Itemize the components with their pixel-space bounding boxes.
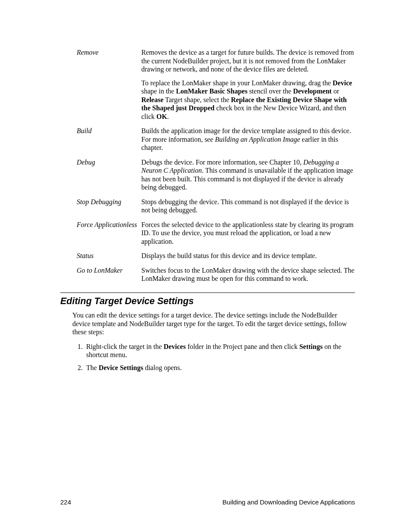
- definition-description: Displays the build status for this devic…: [141, 252, 355, 266]
- intro-paragraph: You can edit the device settings for a t…: [72, 311, 355, 336]
- definition-term: Stop Debugging: [77, 198, 141, 221]
- page-number: 224: [60, 498, 71, 506]
- table-row: StatusDisplays the build status for this…: [77, 252, 355, 266]
- section-heading: Editing Target Device Settings: [60, 296, 355, 307]
- description-paragraph: Removes the device as a target for futur…: [141, 48, 355, 74]
- definition-description: Stops debugging the device. This command…: [141, 198, 355, 221]
- definition-term: Debug: [77, 158, 141, 198]
- description-paragraph: Stops debugging the device. This command…: [141, 198, 355, 215]
- definition-term: Status: [77, 252, 141, 266]
- definition-description: Builds the application image for the dev…: [141, 127, 355, 158]
- table-row: Force ApplicationlessForces the selected…: [77, 221, 355, 252]
- definition-term: Force Applicationless: [77, 221, 141, 252]
- table-row: Stop DebuggingStops debugging the device…: [77, 198, 355, 221]
- table-row: BuildBuilds the application image for th…: [77, 127, 355, 158]
- steps-list: Right-click the target in the Devices fo…: [72, 342, 355, 372]
- table-row: Go to LonMakerSwitches focus to the LonM…: [77, 266, 355, 289]
- definition-description: Forces the selected device to the applic…: [141, 221, 355, 252]
- section-divider: [60, 292, 355, 293]
- list-item: The Device Settings dialog opens.: [84, 364, 355, 372]
- description-paragraph: Debugs the device. For more information,…: [141, 158, 355, 192]
- list-item: Right-click the target in the Devices fo…: [84, 342, 355, 359]
- description-paragraph: Forces the selected device to the applic…: [141, 221, 355, 246]
- table-row: DebugDebugs the device. For more informa…: [77, 158, 355, 198]
- definition-description: Switches focus to the LonMaker drawing w…: [141, 266, 355, 289]
- description-paragraph: To replace the LonMaker shape in your Lo…: [141, 79, 355, 121]
- description-paragraph: Builds the application image for the dev…: [141, 127, 355, 152]
- definition-term: Remove: [77, 48, 141, 127]
- definition-term: Build: [77, 127, 141, 158]
- description-paragraph: Switches focus to the LonMaker drawing w…: [141, 266, 355, 283]
- definition-description: Debugs the device. For more information,…: [141, 158, 355, 198]
- page-footer: 224 Building and Downloading Device Appl…: [60, 498, 355, 506]
- definitions-tbody: RemoveRemoves the device as a target for…: [77, 48, 355, 289]
- footer-title: Building and Downloading Device Applicat…: [222, 498, 355, 506]
- definition-term: Go to LonMaker: [77, 266, 141, 289]
- definition-description: Removes the device as a target for futur…: [141, 48, 355, 127]
- table-row: RemoveRemoves the device as a target for…: [77, 48, 355, 127]
- definitions-table: RemoveRemoves the device as a target for…: [77, 48, 355, 289]
- description-paragraph: Displays the build status for this devic…: [141, 252, 355, 260]
- document-page: RemoveRemoves the device as a target for…: [0, 0, 411, 532]
